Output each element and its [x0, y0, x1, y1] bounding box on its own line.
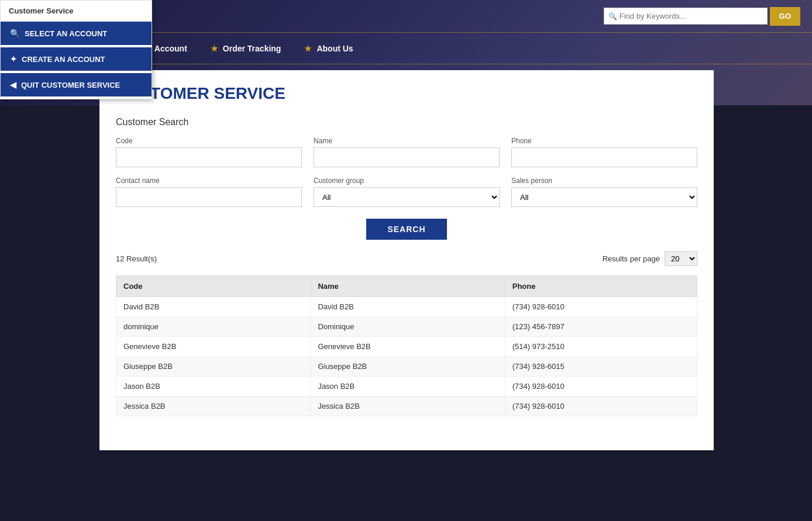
table-cell-name: Dominique [311, 317, 505, 337]
table-row[interactable]: dominique Dominique (123) 456-7897 [116, 317, 697, 337]
col-header-code: Code [116, 276, 311, 297]
results-header: 12 Result(s) Results per page 10 20 50 1… [116, 251, 697, 266]
customer-group-select[interactable]: All [314, 187, 500, 207]
table-cell-phone: (734) 928-6015 [505, 357, 697, 377]
nav-item-label: About Us [316, 44, 353, 53]
table-cell-phone: (123) 456-7897 [505, 317, 697, 337]
create-account-button[interactable]: ✦ CREATE AN ACCOUNT [1, 47, 152, 71]
table-row[interactable]: David B2B David B2B (734) 928-6010 [116, 297, 697, 317]
quit-customer-service-button[interactable]: ◀ QUIT CUSTOMER SERVICE [1, 73, 152, 96]
contact-name-input[interactable] [116, 187, 302, 207]
keyword-search-input[interactable] [604, 8, 768, 25]
form-row-1: Code Name Phone [116, 137, 697, 167]
results-table: Code Name Phone David B2B David B2B (734… [116, 275, 697, 416]
results-per-page-label: Results per page [603, 254, 660, 263]
table-row[interactable]: Jessica B2B Jessica B2B (734) 928-6010 [116, 396, 697, 416]
table-cell-name: David B2B [311, 297, 505, 317]
customer-group-label: Customer group [314, 177, 500, 185]
table-row[interactable]: Jason B2B Jason B2B (734) 928-6010 [116, 377, 697, 396]
contact-name-label: Contact name [116, 177, 302, 185]
table-cell-phone: (734) 928-6010 [505, 297, 697, 317]
select-account-button[interactable]: 🔍 SELECT AN ACCOUNT [1, 22, 152, 45]
name-label: Name [314, 137, 500, 145]
page-title: CUSTOMER SERVICE [116, 84, 697, 103]
table-cell-code: dominique [116, 317, 311, 337]
nav-item-about-us[interactable]: ★ About Us [293, 44, 364, 53]
section-title: Customer Search [116, 117, 697, 127]
back-icon: ◀ [10, 80, 16, 89]
table-cell-code: Giuseppe B2B [116, 357, 311, 377]
plus-icon: ✦ [10, 54, 17, 64]
table-row[interactable]: Genevieve B2B Genevieve B2B (514) 973-25… [116, 337, 697, 357]
form-group-name: Name [314, 137, 500, 167]
table-cell-phone: (734) 928-6010 [505, 396, 697, 416]
nav-item-order-tracking[interactable]: ★ Order Tracking [199, 44, 293, 53]
col-header-name: Name [311, 276, 505, 297]
customer-service-dropdown: Customer Service 🔍 SELECT AN ACCOUNT ✦ C… [0, 0, 152, 99]
select-account-label: SELECT AN ACCOUNT [25, 29, 107, 38]
search-button[interactable]: SEARCH [366, 219, 446, 240]
quit-label: QUIT CUSTOMER SERVICE [21, 81, 120, 89]
table-cell-code: Genevieve B2B [116, 337, 311, 357]
name-input[interactable] [314, 147, 500, 167]
table-cell-name: Giuseppe B2B [311, 357, 505, 377]
create-account-label: CREATE AN ACCOUNT [22, 55, 105, 64]
results-per-page-control: Results per page 10 20 50 100 [603, 251, 697, 266]
form-group-phone: Phone [511, 137, 697, 167]
dropdown-header: Customer Service [1, 1, 152, 22]
code-input[interactable] [116, 147, 302, 167]
table-cell-name: Jason B2B [311, 377, 505, 396]
sales-person-label: Sales person [511, 177, 697, 185]
table-cell-code: David B2B [116, 297, 311, 317]
col-header-phone: Phone [505, 276, 697, 297]
search-bar: 🔍 GO [604, 7, 800, 26]
table-cell-phone: (514) 973-2510 [505, 337, 697, 357]
results-count: 12 Result(s) [116, 254, 157, 263]
search-icon: 🔍 [608, 12, 617, 20]
form-group-sales-person: Sales person All [511, 177, 697, 207]
table-cell-code: Jason B2B [116, 377, 311, 396]
table-row[interactable]: Giuseppe B2B Giuseppe B2B (734) 928-6015 [116, 357, 697, 377]
form-group-code: Code [116, 137, 302, 167]
form-group-customer-group: Customer group All [314, 177, 500, 207]
nav-item-label: Order Tracking [223, 44, 281, 53]
phone-input[interactable] [511, 147, 697, 167]
table-header: Code Name Phone [116, 276, 697, 297]
nav-star-icon: ★ [211, 44, 218, 53]
table-cell-name: Jessica B2B [311, 396, 505, 416]
table-body: David B2B David B2B (734) 928-6010 domin… [116, 297, 697, 416]
phone-label: Phone [511, 137, 697, 145]
form-group-contact-name: Contact name [116, 177, 302, 207]
sales-person-select[interactable]: All [511, 187, 697, 207]
results-per-page-select[interactable]: 10 20 50 100 [665, 251, 697, 266]
table-cell-phone: (734) 928-6010 [505, 377, 697, 396]
table-cell-code: Jessica B2B [116, 396, 311, 416]
table-cell-name: Genevieve B2B [311, 337, 505, 357]
search-go-button[interactable]: GO [770, 7, 800, 26]
nav-star-icon: ★ [304, 44, 312, 53]
search-icon: 🔍 [10, 29, 20, 38]
code-label: Code [116, 137, 302, 145]
form-row-2: Contact name Customer group All Sales pe… [116, 177, 697, 207]
main-content: CUSTOMER SERVICE Customer Search Code Na… [99, 70, 714, 450]
